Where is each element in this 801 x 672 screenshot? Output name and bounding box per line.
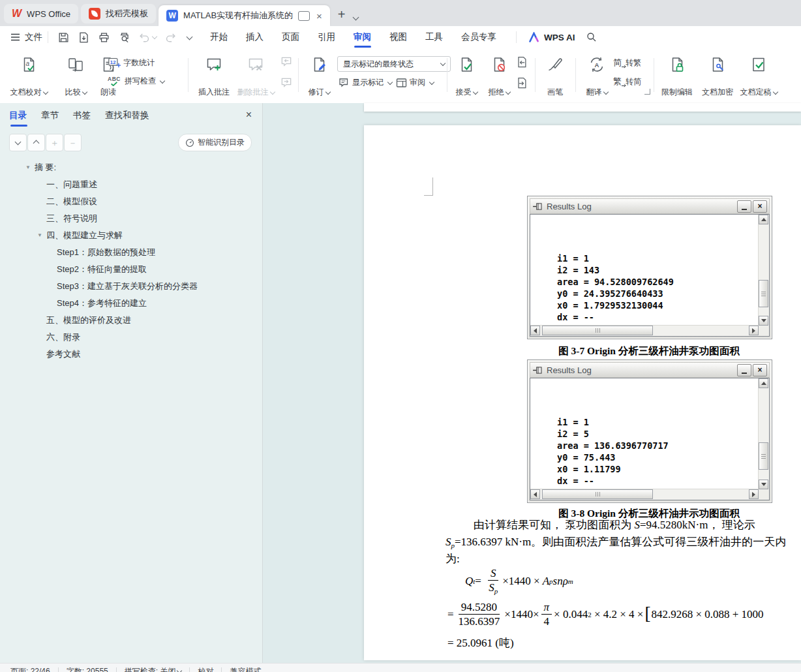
compare-button[interactable]: 比较 bbox=[60, 54, 91, 100]
toc-item[interactable]: ▼ 五、模型的评价及改进 bbox=[0, 312, 262, 329]
document-canvas[interactable]: Results Log × i1 = 1i2 = 143area = 94.52… bbox=[263, 103, 801, 663]
vertical-scrollbar[interactable] bbox=[758, 378, 769, 489]
export-pdf-button[interactable] bbox=[78, 31, 90, 44]
scroll-down-icon[interactable] bbox=[759, 316, 768, 326]
scroll-right-icon[interactable] bbox=[749, 326, 759, 335]
expand-arrow-icon[interactable]: ▼ bbox=[37, 232, 42, 238]
menu-item[interactable]: 页面 bbox=[273, 27, 309, 48]
sidebar-tab[interactable]: 章节 bbox=[41, 110, 59, 127]
finalize-document-button[interactable]: 文档定稿 bbox=[738, 54, 779, 100]
toc-item[interactable]: ▼ Step3：建立基于灰关联分析的分类器 bbox=[0, 278, 262, 295]
ink-brush-button[interactable]: 画笔 bbox=[541, 54, 569, 100]
sidebar-tab[interactable]: 查找和替换 bbox=[105, 110, 149, 127]
print-preview-button[interactable] bbox=[118, 31, 130, 44]
page-indicator[interactable]: 页面: 22/46 bbox=[10, 666, 50, 672]
vertical-scroll-thumb[interactable] bbox=[759, 280, 768, 307]
toc-item[interactable]: ▼ 参考文献 bbox=[0, 346, 262, 363]
tab-close-icon[interactable]: × bbox=[316, 11, 322, 21]
new-tab-button[interactable]: + bbox=[338, 7, 346, 22]
document-page[interactable]: Results Log × i1 = 1i2 = 143area = 94.52… bbox=[364, 125, 801, 660]
word-count-button[interactable]: 12 字数统计 bbox=[108, 57, 155, 69]
accept-changes-button[interactable]: 接受 bbox=[452, 54, 481, 100]
menu-item[interactable]: 视图 bbox=[380, 27, 416, 48]
next-comment-button[interactable] bbox=[279, 76, 294, 90]
horizontal-scroll-thumb[interactable] bbox=[542, 326, 653, 335]
tab-document[interactable]: W MATLAB实现有杆抽油系统的 × bbox=[159, 5, 330, 26]
resize-grip[interactable] bbox=[759, 326, 769, 336]
toc-item[interactable]: ▼ 二、模型假设 bbox=[0, 193, 262, 210]
toc-item[interactable]: ▼ Step1：原始数据的预处理 bbox=[0, 244, 262, 261]
previous-comment-button[interactable] bbox=[279, 55, 294, 69]
translate-button[interactable]: A 翻译 bbox=[582, 54, 612, 100]
print-button[interactable] bbox=[98, 31, 110, 44]
screen-share-icon[interactable] bbox=[298, 11, 310, 21]
toc-item[interactable]: ▼ 六、附录 bbox=[0, 329, 262, 346]
simplified-to-traditional-button[interactable]: 简 转繁 bbox=[613, 57, 641, 69]
expand-all-button[interactable] bbox=[27, 134, 45, 151]
review-pane-button[interactable]: 审阅 bbox=[396, 77, 434, 88]
restrict-editing-button[interactable]: 限制编辑 bbox=[659, 54, 695, 100]
sidebar-tab[interactable]: 目录 bbox=[9, 110, 27, 127]
resize-grip[interactable] bbox=[759, 489, 769, 500]
tab-list-chevron-icon[interactable] bbox=[352, 14, 359, 21]
delete-comment-button[interactable]: 删除批注 bbox=[235, 54, 277, 100]
next-change-button[interactable] bbox=[515, 76, 529, 90]
markup-state-select[interactable]: 显示标记的最终状态 bbox=[337, 56, 451, 72]
doc-proof-button[interactable]: a 文档校对 bbox=[7, 54, 51, 100]
scroll-left-icon[interactable] bbox=[530, 326, 540, 335]
scroll-down-icon[interactable] bbox=[759, 480, 768, 489]
sidebar-tab[interactable]: 书签 bbox=[73, 110, 91, 127]
track-changes-button[interactable]: 修订 bbox=[304, 54, 334, 100]
menu-item[interactable]: 引用 bbox=[309, 27, 344, 48]
toc-item[interactable]: ▼ 一、问题重述 bbox=[0, 176, 262, 193]
traditional-to-simplified-button[interactable]: 繁 转简 bbox=[613, 76, 641, 87]
scroll-up-icon[interactable] bbox=[759, 378, 768, 388]
close-button[interactable]: × bbox=[753, 364, 767, 376]
file-menu-button[interactable]: 文件 bbox=[10, 31, 42, 43]
encrypt-document-button[interactable]: 文档加密 bbox=[699, 54, 736, 100]
undo-button[interactable] bbox=[138, 31, 157, 44]
show-markup-button[interactable]: 显示标记 bbox=[339, 77, 392, 88]
menu-item[interactable]: 开始 bbox=[201, 27, 237, 48]
toc-item[interactable]: ▼ Step2：特征向量的提取 bbox=[0, 261, 262, 278]
sidebar-close-icon[interactable]: × bbox=[246, 110, 252, 120]
horizontal-scrollbar[interactable] bbox=[530, 489, 759, 500]
zoom-out-toc-button[interactable]: － bbox=[64, 134, 82, 151]
menu-item[interactable]: 插入 bbox=[237, 27, 273, 48]
close-button[interactable]: × bbox=[753, 200, 767, 213]
menu-item[interactable]: 工具 bbox=[416, 27, 452, 48]
toc-item[interactable]: ▼ Step4：参考特征的建立 bbox=[0, 295, 262, 312]
toc-item[interactable]: ▼ 四、模型建立与求解 bbox=[0, 227, 262, 244]
ribbon-expander-icon[interactable] bbox=[644, 89, 650, 95]
spell-check-button[interactable]: ABC 拼写检查 bbox=[108, 76, 164, 87]
zoom-in-toc-button[interactable]: ＋ bbox=[46, 134, 63, 151]
vertical-scroll-thumb[interactable] bbox=[759, 442, 768, 470]
proofing-indicator[interactable]: 校对 bbox=[198, 666, 213, 672]
minimize-button[interactable] bbox=[737, 364, 751, 376]
scroll-right-icon[interactable] bbox=[749, 489, 759, 499]
search-button[interactable] bbox=[586, 31, 597, 43]
tab-docer-templates[interactable]: 找稻壳模板 bbox=[81, 4, 156, 23]
tab-wps-office[interactable]: W WPS Office bbox=[4, 4, 78, 23]
scroll-up-icon[interactable] bbox=[759, 215, 768, 224]
menu-item[interactable]: 会员专享 bbox=[452, 27, 506, 48]
expand-arrow-icon[interactable]: ▼ bbox=[25, 164, 31, 170]
horizontal-scroll-thumb[interactable] bbox=[542, 489, 653, 499]
undo-chevron-icon[interactable] bbox=[152, 34, 157, 39]
save-button[interactable] bbox=[57, 31, 70, 44]
spellcheck-indicator[interactable]: 拼写检查: 关闭 bbox=[125, 666, 182, 672]
compatibility-mode-indicator[interactable]: 兼容模式 bbox=[230, 666, 261, 672]
reject-changes-button[interactable]: 拒绝 bbox=[485, 54, 513, 100]
previous-change-button[interactable] bbox=[515, 55, 529, 69]
scroll-left-icon[interactable] bbox=[530, 489, 540, 499]
collapse-all-button[interactable] bbox=[9, 134, 27, 151]
menu-item[interactable]: 审阅 bbox=[344, 27, 380, 48]
toc-item[interactable]: ▼ 三、符号说明 bbox=[0, 210, 262, 227]
vertical-scrollbar[interactable] bbox=[758, 215, 769, 326]
insert-comment-button[interactable]: 插入批注 bbox=[196, 54, 232, 100]
smart-toc-button[interactable]: 智能识别目录 bbox=[178, 134, 252, 151]
word-count-indicator[interactable]: 字数: 20555 bbox=[67, 666, 108, 672]
redo-button[interactable] bbox=[164, 31, 177, 44]
wps-ai-button[interactable]: WPS AI bbox=[528, 32, 575, 42]
toc-item[interactable]: ▼ 摘 要: bbox=[0, 159, 262, 176]
